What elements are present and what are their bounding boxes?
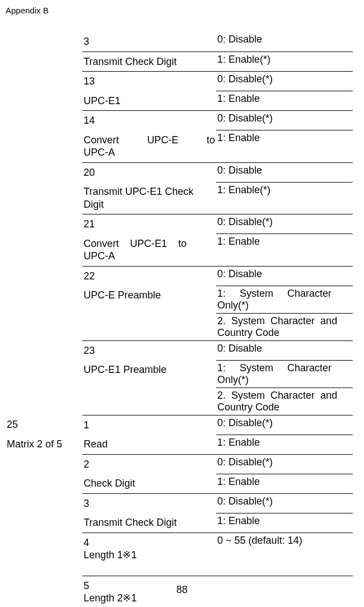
param-name: Read	[83, 436, 215, 452]
option-cell: 0: Disable(*)	[216, 454, 353, 474]
option-cell: 0: Disable(*)	[216, 415, 353, 435]
option-cell: 2. System Character and Country Code	[216, 387, 353, 415]
option-cell: 0: Disable	[216, 266, 353, 286]
param-name: UPC-E Preamble	[83, 287, 215, 304]
option-cell: 1: Enable	[216, 91, 353, 111]
option-cell: 0: Disable	[216, 162, 353, 182]
param-num: 23	[83, 343, 215, 359]
option-cell: 1: Enable	[216, 474, 353, 493]
param-name: Transmit Check Digit	[83, 515, 215, 531]
option-cell: 1: Enable(*)	[216, 182, 353, 214]
option-cell: 0: Disable(*)	[216, 111, 353, 130]
param-num: 21	[83, 216, 215, 232]
option-cell: 1: Enable	[216, 234, 353, 267]
param-name: Transmit Check Digit	[83, 54, 215, 70]
option-cell: 1: Enable	[216, 435, 353, 454]
option-cell: 0 ~ 55 (default: 14)	[216, 533, 353, 576]
param-num: 22	[83, 268, 215, 284]
param-cell: 3	[82, 32, 216, 52]
option-cell: 0: Disable	[216, 32, 353, 52]
param-name: Check Digit	[83, 475, 215, 492]
option-cell: 0: Disable(*)	[216, 493, 353, 513]
param-num: 4	[83, 537, 89, 548]
option-cell: 0: Disable	[216, 340, 353, 360]
param-name: Transmit UPC-E1 Check Digit	[83, 184, 215, 212]
option-cell: 2. System Character and Country Code	[216, 313, 353, 340]
page-number: 88	[0, 584, 364, 596]
param-num: 3	[83, 36, 89, 47]
option-cell: 0: Disable(*)	[216, 214, 353, 234]
param-num: 2	[83, 456, 215, 473]
param-name: Length 1※1	[83, 549, 137, 561]
param-name: Convert UPC-E1 toUPC-A	[83, 236, 215, 264]
option-cell: 1: Enable	[216, 513, 353, 533]
option-cell: 0: Disable(*)	[216, 72, 353, 91]
param-name: UPC-E1 Preamble	[83, 362, 215, 378]
param-num: 20	[83, 165, 215, 181]
group-name: Matrix 2 of 5	[7, 436, 81, 452]
option-cell: 1: System Character Only(*)	[216, 360, 353, 387]
option-cell: 1: Enable	[216, 130, 353, 163]
param-name: Convert UPC-E toUPC-A	[83, 132, 215, 161]
group-num: 25	[7, 417, 81, 433]
param-num: 14	[83, 113, 215, 129]
option-cell: 1: Enable(*)	[216, 52, 353, 72]
config-table: 3 0: Disable Transmit Check Digit 1: Ena…	[6, 32, 353, 607]
option-cell: 1: System Character Only(*)	[216, 286, 353, 313]
param-num: 1	[83, 417, 215, 433]
page-header: Appendix B	[6, 6, 353, 15]
param-num: 3	[83, 496, 215, 512]
param-num: 13	[83, 73, 215, 90]
param-name: UPC-E1	[83, 93, 215, 109]
